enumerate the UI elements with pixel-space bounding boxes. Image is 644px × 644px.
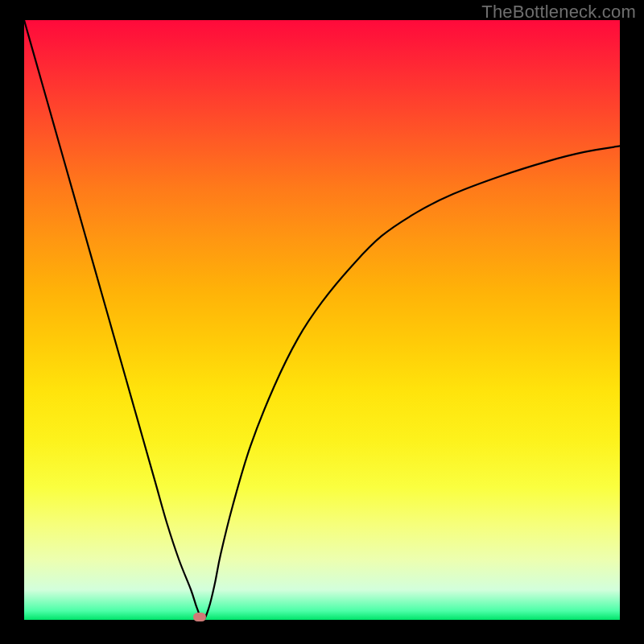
plot-area	[24, 20, 620, 620]
curve-overlay	[24, 20, 620, 620]
optimal-point-marker	[193, 613, 206, 621]
watermark-label: TheBottleneck.com	[481, 2, 636, 23]
chart-frame: TheBottleneck.com	[0, 0, 644, 644]
bottleneck-curve	[24, 20, 620, 620]
